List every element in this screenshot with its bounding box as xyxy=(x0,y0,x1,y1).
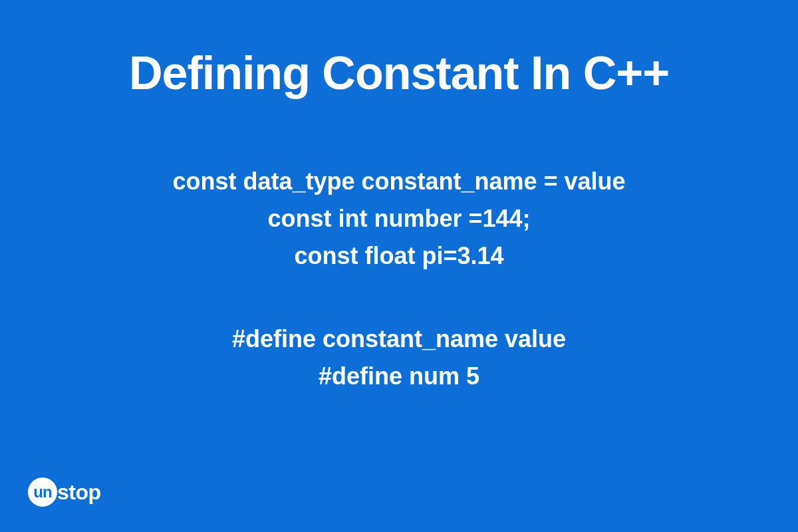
code-line: #define num 5 xyxy=(66,358,732,395)
code-line: const data_type constant_name = value xyxy=(66,163,732,200)
brand-logo: un stop xyxy=(28,477,101,507)
code-line: const int number =144; xyxy=(66,200,732,237)
code-line: #define constant_name value xyxy=(66,321,732,358)
slide-title: Defining Constant In C++ xyxy=(66,47,732,100)
code-line: const float pi=3.14 xyxy=(66,237,732,275)
define-syntax-block: #define constant_name value #define num … xyxy=(66,321,732,395)
logo-circle-text: un xyxy=(33,483,51,501)
const-syntax-block: const data_type constant_name = value co… xyxy=(66,163,732,274)
slide-container: Defining Constant In C++ const data_type… xyxy=(0,0,798,395)
logo-text: stop xyxy=(57,480,101,505)
logo-circle-icon: un xyxy=(28,477,57,507)
